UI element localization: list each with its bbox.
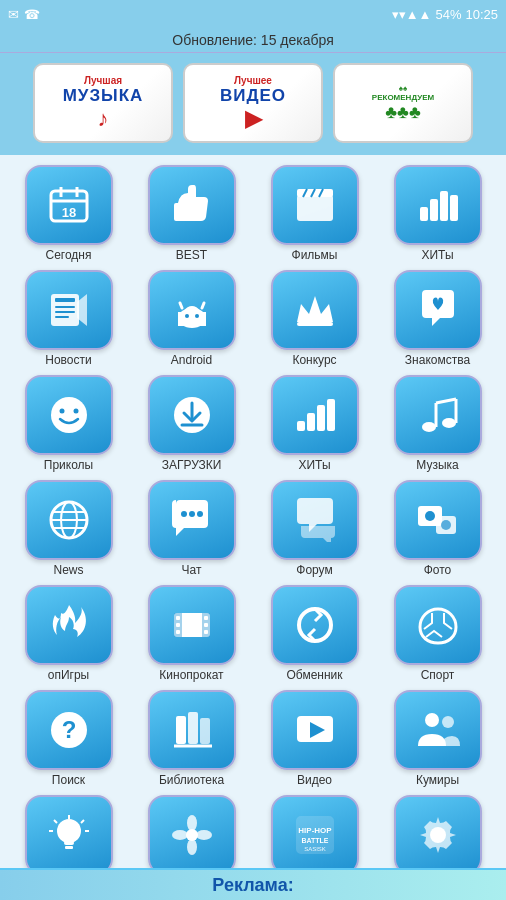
grid-item-music[interactable]: Музыка (379, 375, 496, 472)
icon-jokes (25, 375, 113, 455)
grid-item-hits2[interactable]: ХИТы (256, 375, 373, 472)
svg-rect-6 (297, 195, 333, 221)
grid-item-news-en[interactable]: News (10, 480, 127, 577)
svg-rect-17 (55, 306, 75, 308)
svg-text:HIP-HOP: HIP-HOP (298, 826, 332, 835)
svg-point-87 (196, 830, 212, 840)
icon-mcbattle: HIP-HOPBATTLESASISK (271, 795, 359, 875)
banner-video-main: ВИДЕО (220, 86, 286, 106)
banner-music-top: Лучшая (84, 75, 122, 86)
grid-item-chat[interactable]: Чат (133, 480, 250, 577)
svg-line-80 (54, 820, 57, 823)
svg-text:?: ? (61, 716, 76, 743)
svg-point-50 (197, 511, 203, 517)
app-grid-area: 18СегодняBESTФильмыХИТыНовостиAndroidКон… (0, 155, 506, 892)
icon-best (148, 165, 236, 245)
icon-funny (25, 795, 113, 875)
svg-rect-68 (188, 712, 198, 744)
svg-point-52 (425, 511, 435, 521)
svg-rect-21 (178, 312, 206, 326)
status-bar: ✉ ☎ ▾▾▲▲ 54% 10:25 (0, 0, 506, 28)
label-downloads: ЗАГРУЗКИ (162, 458, 222, 472)
svg-point-84 (187, 815, 197, 831)
grid-item-films[interactable]: Фильмы (256, 165, 373, 262)
grid-item-library[interactable]: Библиотека (133, 690, 250, 787)
icon-contest (271, 270, 359, 350)
label-cinema: Кинопрокат (159, 668, 223, 682)
icon-news (25, 270, 113, 350)
svg-rect-37 (327, 399, 335, 431)
grid-item-hits[interactable]: ХИТы (379, 165, 496, 262)
grid-item-dating[interactable]: Знакомства (379, 270, 496, 367)
svg-rect-35 (307, 413, 315, 431)
banner-rec-top: ♠♠РЕКОМЕНДУЕМ (372, 84, 434, 102)
icon-android (148, 270, 236, 350)
banner-recommend[interactable]: ♠♠РЕКОМЕНДУЕМ ♣♣♣ (333, 63, 473, 143)
svg-rect-60 (176, 630, 180, 634)
music-note-icon: ♪ (98, 106, 109, 132)
icon-chat (148, 480, 236, 560)
icon-photo (394, 480, 482, 560)
label-best: BEST (176, 248, 207, 262)
grid-item-photo[interactable]: Фото (379, 480, 496, 577)
grid-item-downloads[interactable]: ЗАГРУЗКИ (133, 375, 250, 472)
grid-item-jokes[interactable]: Приколы (10, 375, 127, 472)
label-jokes: Приколы (44, 458, 93, 472)
svg-point-38 (422, 422, 436, 432)
svg-line-25 (202, 303, 204, 308)
icon-forum (271, 480, 359, 560)
grid-item-video[interactable]: Видео (256, 690, 373, 787)
grid-item-today[interactable]: 18Сегодня (10, 165, 127, 262)
grid-item-best[interactable]: BEST (133, 165, 250, 262)
signal-icon: ▾▾▲▲ (392, 7, 432, 22)
grid-item-android[interactable]: Android (133, 270, 250, 367)
label-android: Android (171, 353, 212, 367)
svg-point-85 (187, 839, 197, 855)
icon-video (271, 690, 359, 770)
banner-video[interactable]: Лучшее ВИДЕО ▶ (183, 63, 323, 143)
label-hits: ХИТы (421, 248, 453, 262)
phone-icon: ☎ (24, 7, 40, 22)
icon-downloads (148, 375, 236, 455)
grid-item-exchange[interactable]: Обменник (256, 585, 373, 682)
icon-exchange (271, 585, 359, 665)
battery-text: 54% (435, 7, 461, 22)
svg-text:18: 18 (61, 205, 75, 220)
banner-music[interactable]: Лучшая МУЗЫКА ♪ (33, 63, 173, 143)
play-icon-banner: ▶ (245, 106, 262, 132)
svg-rect-63 (204, 630, 208, 634)
ad-bar[interactable]: Реклама: (0, 868, 506, 900)
icon-games (25, 585, 113, 665)
grid-item-idols[interactable]: Кумиры (379, 690, 496, 787)
icon-students (148, 795, 236, 875)
svg-line-42 (436, 399, 456, 403)
grid-item-contest[interactable]: Конкурс (256, 270, 373, 367)
label-films: Фильмы (292, 248, 338, 262)
label-exchange: Обменник (286, 668, 342, 682)
svg-rect-27 (297, 322, 333, 326)
label-today: Сегодня (46, 248, 92, 262)
svg-rect-18 (55, 311, 75, 313)
grid-item-search[interactable]: ?Поиск (10, 690, 127, 787)
svg-rect-59 (176, 623, 180, 627)
label-music: Музыка (416, 458, 458, 472)
app-grid: 18СегодняBESTФильмыХИТыНовостиAndroidКон… (10, 165, 496, 892)
svg-point-29 (59, 409, 64, 414)
svg-rect-62 (204, 623, 208, 627)
grid-item-sport[interactable]: Спорт (379, 585, 496, 682)
grid-item-news[interactable]: Новости (10, 270, 127, 367)
grid-item-games[interactable]: опИгры (10, 585, 127, 682)
label-idols: Кумиры (416, 773, 459, 787)
message-icon: ✉ (8, 7, 19, 22)
svg-rect-76 (64, 841, 74, 845)
label-contest: Конкурс (292, 353, 336, 367)
grid-item-forum[interactable]: Форум (256, 480, 373, 577)
svg-text:SASISK: SASISK (304, 846, 326, 852)
svg-marker-26 (297, 296, 333, 322)
label-news: Новости (45, 353, 91, 367)
svg-point-64 (299, 609, 331, 641)
grid-item-cinema[interactable]: Кинопрокат (133, 585, 250, 682)
icon-search: ? (25, 690, 113, 770)
svg-rect-19 (55, 316, 69, 318)
time-text: 10:25 (465, 7, 498, 22)
